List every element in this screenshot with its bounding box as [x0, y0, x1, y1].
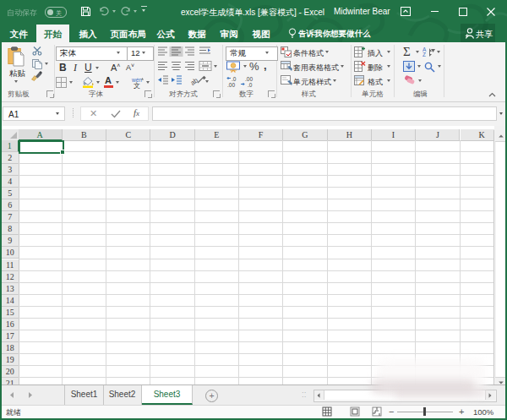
svg-text:Z: Z	[422, 52, 426, 57]
svg-text:.0: .0	[248, 82, 253, 88]
svg-text:ab: ab	[189, 76, 200, 86]
svg-text:.00: .00	[245, 76, 253, 82]
svg-text:.0: .0	[232, 76, 237, 82]
svg-text:文: 文	[134, 82, 140, 89]
svg-text:.00: .00	[227, 82, 235, 88]
